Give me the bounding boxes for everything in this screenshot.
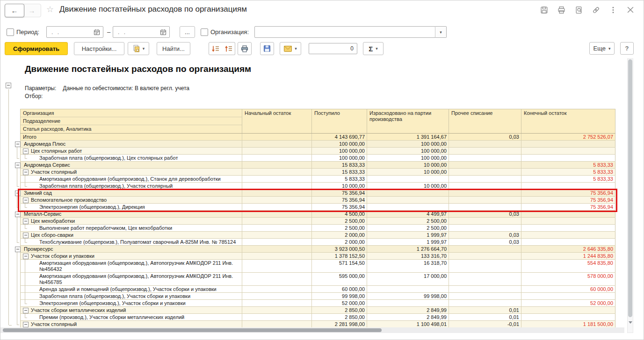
row-label[interactable]: Заработная плата (общепроизвод.), Цех ст… [20,155,242,161]
cell-value[interactable]: 100 000,00 [367,155,449,161]
vertical-scrollbar[interactable] [627,58,633,333]
cell-value[interactable] [242,239,312,245]
cell-value[interactable]: 2 850,00 [312,314,367,320]
table-row[interactable]: Зимний сад75 356,9475 356,94 [20,190,615,197]
cell-value[interactable] [449,225,521,231]
table-row[interactable]: Амортизация оборудования (общепроизвод.)… [20,273,615,286]
autosum-button[interactable]: Σ ▾ [363,42,384,55]
collapse-group-button[interactable] [23,198,29,203]
cell-value[interactable] [242,183,312,189]
collapse-group-button[interactable] [15,163,21,168]
table-row[interactable]: Цех мехобработки2 500,002 500,00 [20,218,615,225]
cell-value[interactable] [242,293,312,299]
cell-value[interactable]: 1 276 664,70 [367,246,449,252]
link-icon[interactable] [592,6,600,14]
cell-value[interactable]: 3 923 000,50 [312,246,367,252]
cell-value[interactable]: 5 833,33 [521,162,615,168]
name-header-line[interactable]: Организация [21,109,242,117]
collapse-group-button[interactable] [23,233,29,238]
table-row[interactable]: Амортизация оборудования (общепроизвод.)… [20,260,615,273]
table-row[interactable]: Электроэнергия (общепроизвод.), Дирекция… [20,204,615,211]
cell-value[interactable] [367,197,449,203]
cell-value[interactable]: 0,01 [449,314,521,320]
cell-value[interactable]: 2 281 998,00 [312,321,367,327]
cell-value[interactable] [242,321,312,327]
cell-value[interactable]: 0,03 [449,211,521,217]
cell-value[interactable] [242,204,312,210]
settings-button[interactable]: Настройки... [74,42,124,55]
organization-input[interactable] [254,26,435,38]
table-row[interactable]: Промресурс3 923 000,501 276 664,702 646 … [20,246,615,253]
print-icon[interactable] [557,6,565,14]
row-label[interactable]: Электроэнергия (общепроизвод.), Дирекция [20,204,242,210]
cell-value[interactable] [449,176,521,182]
cell-value[interactable]: 60 000,00 [312,286,367,292]
cell-value[interactable]: 75 356,94 [521,197,615,203]
cell-value[interactable] [242,176,312,182]
cell-value[interactable] [242,260,312,272]
cell-value[interactable]: 10 000,00 [367,169,449,175]
cell-value[interactable]: 75 356,94 [312,197,367,203]
cell-value[interactable]: 52 000,00 [312,300,367,306]
organization-dropdown-button[interactable]: ▾ [435,26,447,38]
table-row[interactable]: Заработная плата (общепроизвод.), Участо… [20,293,615,300]
row-label[interactable]: Промресурс [20,246,242,252]
cell-value[interactable] [242,314,312,320]
row-label[interactable]: Аренда зданий и помещений (общепроизвод.… [20,286,242,292]
row-label[interactable]: Цех столярных работ [20,148,242,154]
cell-value[interactable] [449,286,521,292]
cell-value[interactable] [367,176,449,182]
cell-value[interactable] [242,300,312,306]
cell-value[interactable]: 2 752 526,07 [521,134,615,140]
collapse-group-button[interactable] [23,149,29,154]
cell-value[interactable]: 99 998,00 [367,293,449,299]
cell-value[interactable]: 1 999,97 [367,232,449,238]
table-row[interactable]: Премии (производ.), Участок сборки метал… [20,314,615,321]
cell-value[interactable]: 2 500,00 [312,218,367,224]
back-button[interactable]: ← [5,4,24,17]
horizontal-scrollbar-thumb[interactable] [3,328,382,332]
cell-value[interactable]: 133 316,70 [367,253,449,259]
save-icon[interactable] [540,6,548,14]
cell-value[interactable] [242,211,312,217]
row-label[interactable]: Участок сборки металлических изделий [20,307,242,313]
cell-value[interactable] [367,286,449,292]
cell-value[interactable]: 2 500,00 [312,225,367,231]
cell-value[interactable]: 2 500,00 [367,218,449,224]
cell-value[interactable] [242,155,312,161]
cell-value[interactable] [449,197,521,203]
value-column-header[interactable]: Конечный остаток [521,109,615,133]
cell-value[interactable]: 2 500,00 [367,225,449,231]
value-column-header[interactable]: Прочее списание [449,109,521,133]
cell-value[interactable] [367,204,449,210]
cell-value[interactable] [521,211,615,217]
cell-value[interactable]: 554 835,80 [521,260,615,272]
cell-value[interactable]: 5 833,33 [521,169,615,175]
cell-value[interactable]: 4 500,00 [312,211,367,217]
cell-value[interactable]: 2 850,00 [312,307,367,313]
cell-value[interactable] [242,232,312,238]
cell-value[interactable]: 595 000,00 [312,273,367,285]
print-report-button[interactable] [238,42,252,55]
table-row[interactable]: Участок сборки и упаковки1 378 152,50133… [20,253,615,260]
collapse-group-button[interactable] [23,254,29,259]
collapse-groups-button[interactable] [209,42,222,55]
forward-button[interactable]: → [22,4,41,17]
cell-value[interactable]: 0,03 [449,134,521,140]
cell-value[interactable] [521,141,615,147]
table-row[interactable]: Аренда зданий и помещений (общепроизвод.… [20,286,615,293]
cell-value[interactable] [242,197,312,203]
cell-value[interactable]: 75 356,94 [312,204,367,210]
collapse-group-button[interactable] [15,247,21,252]
table-row[interactable]: Электроэнергия (общепроизвод.), Участок … [20,300,615,307]
table-row[interactable]: Андромеда Плюс100 000,00100 000,00 [20,141,615,148]
cell-value[interactable]: 75 356,94 [521,204,615,210]
cell-value[interactable]: 2 646 335,80 [521,246,615,252]
cell-value[interactable]: 100 000,00 [312,148,367,154]
table-row[interactable]: Итого4 143 690,771 391 164,670,032 752 5… [20,134,615,141]
cell-value[interactable] [449,169,521,175]
row-label[interactable]: Андромеда Сервис [20,162,242,168]
expand-groups-button[interactable] [222,42,235,55]
row-label[interactable]: Зимний сад [20,190,242,196]
cell-value[interactable] [449,218,521,224]
